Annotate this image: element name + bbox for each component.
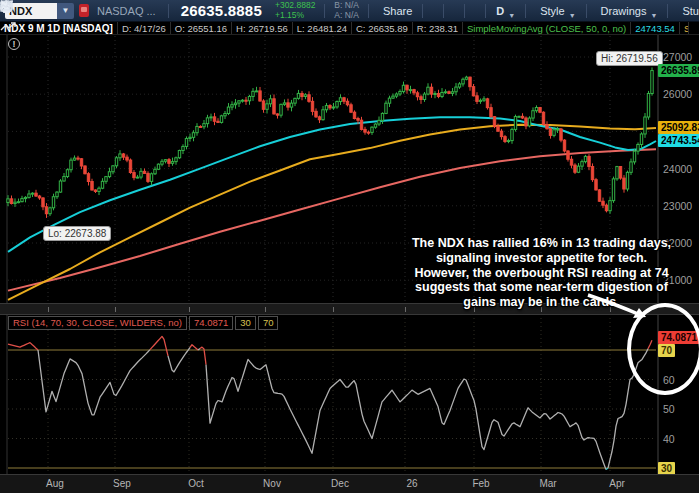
ask-value: A: N/A <box>334 11 359 21</box>
divider <box>525 4 526 18</box>
divider <box>168 4 169 18</box>
share-button[interactable]: Share <box>373 0 418 22</box>
rsi-overbought-level[interactable]: 70 <box>258 316 279 330</box>
bid-ask: B: N/A A: N/A <box>329 1 364 21</box>
price-tick-label: 23000 <box>663 200 692 212</box>
month-label: Mar <box>539 478 556 489</box>
month-label: Apr <box>609 478 625 489</box>
month-label: Oct <box>188 478 204 489</box>
annotation-line: signaling investor appetite for tech. <box>385 251 698 266</box>
style-button[interactable]: Style ▼ <box>530 0 581 22</box>
ohlc-cell: D: 4/17/26 <box>118 22 171 34</box>
rsi-panel[interactable]: RSI (14, 70, 30, CLOSE, WILDERS, no) 74.… <box>0 315 699 474</box>
last-price-badge: 26635.89 <box>658 64 699 77</box>
rsi-oversold-level[interactable]: 30 <box>235 316 256 330</box>
rsi-chart[interactable] <box>0 315 699 474</box>
sma1-value-badge: 24743.54 <box>658 134 699 147</box>
sma2-study-label[interactable]: SimpleMoving... <box>680 22 689 34</box>
rsi-tick-label: 40 <box>663 433 675 445</box>
annotation-circle[interactable] <box>627 303 699 395</box>
sma2-value-badge: 25092.83 <box>658 121 699 134</box>
share-label: Share <box>383 5 412 17</box>
annotation-line: suggests that some near-term digestion o… <box>385 280 698 295</box>
settings-button[interactable] <box>469 0 481 22</box>
divider <box>324 4 325 18</box>
ohlc-cells: D: 4/17/26O: 26551.16H: 26719.56L: 26481… <box>118 22 463 34</box>
rsi-header: RSI (14, 70, 30, CLOSE, WILDERS, no) 74.… <box>8 316 278 330</box>
month-label: Feb <box>472 478 489 489</box>
price-tick-label: 27000 <box>663 51 692 63</box>
style-label: Style <box>540 5 564 17</box>
alert-icon[interactable] <box>79 4 89 17</box>
divider <box>422 4 423 18</box>
line-tool-button[interactable] <box>689 22 699 34</box>
change-percent: +1.15% <box>275 11 315 21</box>
ohlc-cell: L: 26481.24 <box>293 22 352 34</box>
time-tick <box>189 307 190 312</box>
ohlc-status-bar: NDX 9 M 1D [NASDAQ] D: 4/17/26O: 26551.1… <box>0 22 699 35</box>
timeframe-label: D <box>496 5 504 17</box>
info-icon[interactable]: ! <box>8 38 20 50</box>
exchange-label: NASDAQ ... <box>89 5 164 17</box>
month-label: Dec <box>331 478 349 489</box>
high-price-label: Hi: 26719.56 <box>596 51 663 66</box>
month-label: Aug <box>46 478 64 489</box>
rsi-current-value: 74.0871 <box>189 316 233 330</box>
time-tick <box>333 307 334 312</box>
divider <box>586 4 587 18</box>
ohlc-cell: O: 26551.16 <box>171 22 232 34</box>
rsi-tick-label: 50 <box>663 403 675 415</box>
month-label: Sep <box>113 478 131 489</box>
annotation-line: However, the overbought RSI reading at 7… <box>385 266 698 281</box>
divider <box>667 4 668 18</box>
drawings-label: Drawings <box>601 5 647 17</box>
month-label: 26 <box>406 478 417 489</box>
divider <box>443 4 444 18</box>
time-tick <box>48 307 49 312</box>
annotation-text[interactable]: The NDX has rallied 16% in 13 trading da… <box>385 236 698 310</box>
time-tick <box>265 307 266 312</box>
symbol-box: ▼ <box>5 3 74 19</box>
symbol-dropdown-button[interactable]: ▼ <box>57 3 74 19</box>
month-label: Nov <box>263 478 281 489</box>
last-price: 26635.8885 <box>173 2 270 19</box>
price-tick-label: 26000 <box>663 88 692 100</box>
annotation-line: The NDX has rallied 16% in 13 trading da… <box>385 236 698 251</box>
chevron-down-icon: ▼ <box>569 12 576 22</box>
timeframe-button[interactable]: D ▼ <box>490 0 521 22</box>
divider <box>464 4 465 18</box>
onDemand-button[interactable] <box>427 0 439 22</box>
chevron-down-icon: ▼ <box>508 12 515 22</box>
sma-study-label[interactable]: SimpleMovingAvg (CLOSE, 50, 0, no) <box>463 22 631 34</box>
drawings-button[interactable]: Drawings ▼ <box>591 0 664 22</box>
time-axis[interactable]: AugSepOctNovDec26FebMarApr <box>0 474 699 493</box>
chevron-down-icon: ▼ <box>650 12 657 22</box>
sma-study-value: 24743.54 <box>631 22 680 34</box>
chart-title: NDX 9 M 1D [NASDAQ] <box>0 22 118 34</box>
divider <box>368 4 369 18</box>
top-toolbar: ▼ NASDAQ ... 26635.8885 +302.8882 +1.15%… <box>0 0 699 22</box>
low-price-label: Lo: 22673.88 <box>43 226 111 241</box>
divider <box>485 4 486 18</box>
price-tick-label: 24000 <box>663 163 692 175</box>
price-change: +302.8882 +1.15% <box>270 1 320 21</box>
ohlc-cell: R: 238.31 <box>413 22 463 34</box>
studies-label: Studies <box>682 5 699 17</box>
studies-button[interactable]: Studies ▼ <box>672 0 699 22</box>
ohlc-cell: H: 26719.56 <box>232 22 293 34</box>
quick-study-button[interactable] <box>448 0 460 22</box>
ohlc-cell: C: 26635.89 <box>352 22 413 34</box>
time-tick <box>115 307 116 312</box>
rsi-study-label[interactable]: RSI (14, 70, 30, CLOSE, WILDERS, no) <box>8 316 187 330</box>
